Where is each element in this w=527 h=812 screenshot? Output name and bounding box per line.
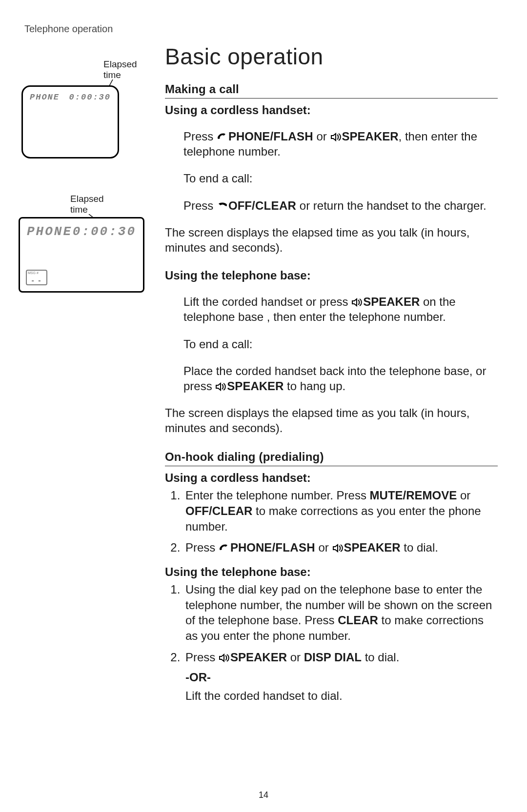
- phone-icon: [219, 544, 230, 553]
- breadcrumb: Telephone operation: [24, 23, 498, 35]
- off-icon: [217, 202, 228, 211]
- para-lift-handset: Lift the corded handset or press SPEAKER…: [183, 294, 498, 324]
- msg-indicator: MSG # - -: [26, 270, 47, 285]
- section-making-a-call: Making a call: [165, 82, 498, 99]
- illustration-column: Elapsed time PHONE 0:00:30 Elapsed time: [21, 43, 153, 710]
- screen2-phone: PHONE: [27, 224, 72, 239]
- li-lift-handset: Lift the corded handset to dial.: [185, 688, 498, 704]
- li-dialpad: Using the dial key pad on the telephone …: [183, 582, 498, 644]
- li-enter-number: Enter the telephone number. Press MUTE/R…: [183, 488, 498, 534]
- speaker-icon: [330, 133, 342, 141]
- phone-icon: [217, 133, 228, 141]
- subhead-base-1: Using the telephone base:: [165, 269, 498, 282]
- page-number: 14: [0, 790, 527, 800]
- subhead-base-2: Using the telephone base:: [165, 565, 498, 579]
- msg-val: - -: [28, 277, 45, 284]
- para-press-off: Press OFF/CLEAR or return the handset to…: [183, 198, 498, 213]
- screen1-time: 0:00:30: [69, 93, 111, 102]
- screen1-phone: PHONE: [30, 93, 60, 102]
- speaker-icon: [351, 298, 363, 307]
- ol-cordless: Enter the telephone number. Press MUTE/R…: [165, 488, 498, 555]
- para-elapsed-1: The screen displays the elapsed time as …: [165, 225, 498, 255]
- speaker-icon: [219, 654, 230, 662]
- or-divider: -OR-: [185, 670, 498, 685]
- msg-tag: MSG #: [28, 271, 45, 275]
- handset-screen: PHONE 0:00:30: [21, 85, 119, 158]
- screen2-time: 0:00:30: [73, 224, 136, 239]
- para-to-end-1: To end a call:: [183, 171, 498, 186]
- subhead-cordless-1: Using a cordless handset:: [165, 103, 498, 117]
- li-press-to-dial-2: Press SPEAKER or DISP DIAL to dial. -OR-…: [183, 650, 498, 704]
- section-onhook: On-hook dialing (predialing): [165, 450, 498, 466]
- page-title: Basic operation: [165, 43, 498, 70]
- elapsed-label-2: Elapsed time: [70, 194, 104, 215]
- speaker-icon: [215, 382, 227, 391]
- para-elapsed-2: The screen displays the elapsed time as …: [165, 405, 498, 436]
- elapsed-label-1: Elapsed time: [103, 59, 137, 80]
- subhead-cordless-2: Using a cordless handset:: [165, 471, 498, 485]
- ol-base: Using the dial key pad on the telephone …: [165, 582, 498, 704]
- speaker-icon: [332, 544, 344, 553]
- para-to-end-2: To end a call:: [183, 337, 498, 352]
- content-column: Basic operation Making a call Using a co…: [165, 43, 498, 710]
- base-screen: PHONE 0:00:30 MSG # - -: [19, 217, 144, 293]
- para-place-handset: Place the corded handset back into the t…: [183, 363, 498, 394]
- li-press-to-dial-1: Press PHONE/FLASH or SPEAKER to dial.: [183, 540, 498, 555]
- para-press-phone: Press PHONE/FLASH or SPEAKER, then enter…: [183, 129, 498, 159]
